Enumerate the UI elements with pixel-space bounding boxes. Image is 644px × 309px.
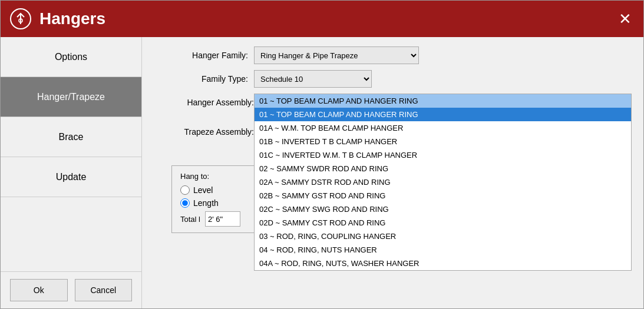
title-bar: Hangers ✕ bbox=[1, 1, 643, 37]
sidebar-item-update-label: Update bbox=[56, 172, 87, 182]
total-label: Total l bbox=[180, 215, 200, 224]
sidebar-footer: Ok Cancel bbox=[1, 271, 141, 308]
assembly-labels-col: Hanger Assembly: Trapeze Assembly: Hang … bbox=[154, 94, 254, 233]
list-item[interactable]: 01 ~ TOP BEAM CLAMP AND HANGER RING bbox=[255, 94, 631, 108]
content-area: Hanger Family: Ring Hanger & Pipe Trapez… bbox=[142, 37, 643, 308]
list-item[interactable]: 01 ~ TOP BEAM CLAMP AND HANGER RING bbox=[255, 108, 631, 121]
list-item[interactable]: 04 ~ ROD, RING, NUTS HANGER bbox=[255, 243, 631, 257]
hanger-assembly-label: Hanger Assembly: bbox=[154, 96, 254, 109]
list-item[interactable]: 03 ~ ROD, RING, COUPLING HANGER bbox=[255, 230, 631, 243]
main-body: Options Hanger/Trapeze Brace Update Ok C… bbox=[1, 37, 643, 308]
list-item[interactable]: 01B ~ INVERTED T B CLAMP HANGER bbox=[255, 135, 631, 148]
list-item[interactable]: 01C ~ INVERTED W.M. T B CLAMP HANGER bbox=[255, 148, 631, 162]
list-item[interactable]: 01A ~ W.M. TOP BEAM CLAMP HANGER bbox=[255, 121, 631, 135]
hanger-family-label: Hanger Family: bbox=[154, 51, 248, 60]
sidebar-item-hanger-trapeze[interactable]: Hanger/Trapeze bbox=[1, 77, 141, 117]
dialog: Hangers ✕ Options Hanger/Trapeze Brace U… bbox=[0, 0, 644, 309]
cancel-button[interactable]: Cancel bbox=[75, 279, 133, 301]
level-label: Level bbox=[193, 185, 213, 195]
sidebar-item-update[interactable]: Update bbox=[1, 157, 141, 197]
trapeze-assembly-label: Trapeze Assembly: bbox=[154, 125, 254, 138]
list-item[interactable]: 02A ~ SAMMY DSTR ROD AND RING bbox=[255, 175, 631, 189]
list-item[interactable]: 02D ~ SAMMY CST ROD AND RING bbox=[255, 216, 631, 230]
hanger-family-row: Hanger Family: Ring Hanger & Pipe Trapez… bbox=[154, 46, 632, 64]
list-item[interactable]: 04A ~ ROD, RING, NUTS, WASHER HANGER bbox=[255, 257, 631, 270]
list-item[interactable]: 02B ~ SAMMY GST ROD AND RING bbox=[255, 189, 631, 202]
ok-button[interactable]: Ok bbox=[10, 279, 68, 301]
family-type-label: Family Type: bbox=[154, 74, 248, 84]
sidebar-item-options-label: Options bbox=[55, 52, 87, 62]
sidebar-item-options[interactable]: Options bbox=[1, 37, 141, 77]
assembly-list[interactable]: 01 ~ TOP BEAM CLAMP AND HANGER RING01 ~ … bbox=[254, 94, 632, 271]
total-input[interactable] bbox=[205, 211, 240, 227]
app-logo bbox=[10, 8, 31, 29]
length-label: Length bbox=[193, 198, 219, 208]
family-type-row: Family Type: Schedule 10 bbox=[154, 70, 632, 88]
sidebar-item-brace[interactable]: Brace bbox=[1, 117, 141, 157]
level-radio[interactable] bbox=[180, 185, 190, 195]
length-radio[interactable] bbox=[180, 198, 190, 208]
family-type-select[interactable]: Schedule 10 bbox=[254, 70, 372, 88]
assembly-list-container: 01 ~ TOP BEAM CLAMP AND HANGER RING01 ~ … bbox=[254, 94, 632, 271]
sidebar-item-brace-label: Brace bbox=[59, 132, 84, 142]
hanger-family-select[interactable]: Ring Hanger & Pipe Trapeze bbox=[254, 46, 419, 64]
list-item[interactable]: 02 ~ SAMMY SWDR ROD AND RING bbox=[255, 162, 631, 175]
sidebar-item-hanger-trapeze-label: Hanger/Trapeze bbox=[37, 92, 105, 102]
close-button[interactable]: ✕ bbox=[616, 9, 634, 29]
assembly-section: Hanger Assembly: Trapeze Assembly: Hang … bbox=[154, 94, 632, 299]
dialog-title: Hangers bbox=[39, 9, 616, 28]
sidebar: Options Hanger/Trapeze Brace Update Ok C… bbox=[1, 37, 142, 308]
list-item[interactable]: 02C ~ SAMMY SWG ROD AND RING bbox=[255, 202, 631, 216]
